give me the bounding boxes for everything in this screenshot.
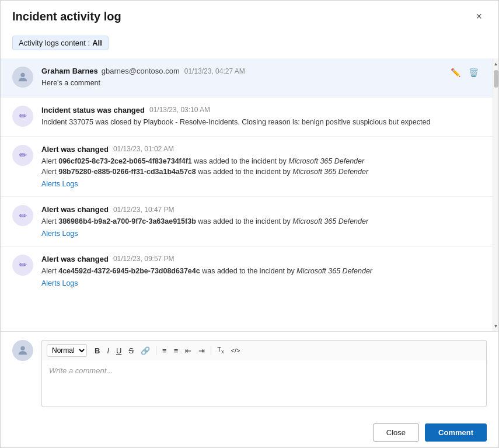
log-item: ✏ Alert was changed 01/13/23, 01:02 AM A…	[1, 137, 493, 197]
pencil-icon: ✏	[19, 110, 27, 121]
log-header-row: Alert was changed 01/13/23, 01:02 AM	[41, 145, 481, 154]
ordered-list-button[interactable]: ≡	[159, 345, 170, 356]
dialog-title: Incident activity log	[12, 10, 121, 23]
log-email: gbarnes@contoso.com	[102, 67, 180, 75]
log-list-container: Graham Barnes gbarnes@contoso.com 01/13/…	[1, 58, 498, 331]
log-item: ✏ Alert was changed 01/12/23, 09:57 PM A…	[1, 246, 493, 296]
incident-activity-log-dialog: Incident activity log × Activity logs co…	[0, 0, 499, 448]
link-button[interactable]: 🔗	[138, 345, 153, 356]
code-button[interactable]: </>	[228, 346, 243, 356]
text-format-select[interactable]: Normal	[47, 344, 87, 357]
log-item: ✏ Alert was changed 01/12/23, 10:47 PM A…	[1, 197, 493, 246]
system-avatar: ✏	[12, 145, 33, 166]
strikethrough-button[interactable]: S	[125, 345, 137, 356]
log-action-title: Alert was changed	[41, 205, 109, 214]
svg-point-0	[20, 73, 25, 77]
underline-button[interactable]: U	[113, 345, 124, 356]
log-time: 01/12/23, 09:57 PM	[113, 255, 175, 263]
comment-button[interactable]: Comment	[425, 423, 487, 442]
log-header-row: Graham Barnes gbarnes@contoso.com 01/13/…	[41, 67, 440, 75]
log-author: Graham Barnes	[41, 67, 98, 75]
unordered-list-button[interactable]: ≡	[171, 345, 182, 356]
log-description: Alert 096cf025-8c73-2ce2-b065-4f83e734f4…	[41, 156, 481, 178]
log-time: 01/13/23, 04:27 AM	[184, 67, 245, 75]
log-header-row: Incident status was changed 01/13/23, 03…	[41, 106, 481, 114]
pencil-icon: ✏	[19, 150, 27, 161]
log-action-title: Alert was changed	[41, 255, 109, 263]
comment-input[interactable]: Write a comment...	[41, 360, 487, 407]
log-description: Alert 4ce4592d-4372-6945-b2be-73d08d637e…	[41, 266, 481, 277]
log-content: Incident status was changed 01/13/23, 03…	[41, 106, 481, 128]
edit-comment-button[interactable]: ✏️	[448, 67, 463, 78]
filter-value: All	[92, 39, 102, 47]
alerts-logs-link[interactable]: Alerts Logs	[41, 279, 78, 287]
outdent-button[interactable]: ⇤	[182, 345, 194, 356]
comment-editor: Normal B I U S 🔗 ≡ ≡ ⇤ ⇥ Tx </>	[41, 340, 487, 407]
filter-label: Activity logs content :	[19, 39, 90, 47]
commenter-avatar	[12, 340, 33, 361]
pencil-icon: ✏	[19, 210, 27, 221]
log-header-row: Alert was changed 01/12/23, 10:47 PM	[41, 205, 481, 214]
log-time: 01/12/23, 10:47 PM	[113, 206, 175, 214]
comment-footer: Close Comment	[1, 415, 498, 447]
log-content: Alert was changed 01/12/23, 10:47 PM Ale…	[41, 205, 481, 238]
log-content: Alert was changed 01/12/23, 09:57 PM Ale…	[41, 255, 481, 287]
comment-area: Normal B I U S 🔗 ≡ ≡ ⇤ ⇥ Tx </>	[1, 331, 498, 415]
log-action-title: Alert was changed	[41, 145, 109, 154]
log-list: Graham Barnes gbarnes@contoso.com 01/13/…	[1, 58, 493, 331]
scrollbar[interactable]: ▲ ▼	[493, 58, 498, 331]
system-avatar: ✏	[12, 255, 33, 276]
alerts-logs-link[interactable]: Alerts Logs	[41, 180, 78, 188]
scrollbar-thumb[interactable]	[494, 70, 498, 88]
avatar	[12, 67, 33, 88]
toolbar-divider	[156, 346, 156, 355]
log-description: Alert 386986b4-b9a2-a700-9f7c-3a63ae915f…	[41, 216, 481, 227]
log-action-title: Incident status was changed	[41, 106, 145, 114]
log-item: ✏ Incident status was changed 01/13/23, …	[1, 98, 493, 137]
log-time: 01/13/23, 03:10 AM	[149, 106, 210, 114]
indent-button[interactable]: ⇥	[196, 345, 208, 356]
comment-toolbar: Normal B I U S 🔗 ≡ ≡ ⇤ ⇥ Tx </>	[41, 340, 487, 360]
pencil-icon: ✏	[19, 259, 27, 270]
clear-format-button[interactable]: Tx	[214, 345, 226, 356]
log-description: Here's a comment	[41, 78, 440, 89]
system-avatar: ✏	[12, 205, 33, 226]
svg-point-1	[20, 346, 25, 350]
dialog-close-button[interactable]: ×	[471, 9, 487, 24]
log-content: Graham Barnes gbarnes@contoso.com 01/13/…	[41, 67, 440, 89]
comment-placeholder: Write a comment...	[49, 366, 113, 375]
log-header-row: Alert was changed 01/12/23, 09:57 PM	[41, 255, 481, 263]
filter-bar: Activity logs content : All	[1, 30, 498, 58]
delete-comment-button[interactable]: 🗑️	[466, 67, 481, 78]
alerts-logs-link[interactable]: Alerts Logs	[41, 230, 78, 238]
log-content: Alert was changed 01/13/23, 01:02 AM Ale…	[41, 145, 481, 189]
bold-button[interactable]: B	[92, 345, 103, 356]
comment-wrapper: Normal B I U S 🔗 ≡ ≡ ⇤ ⇥ Tx </>	[12, 340, 487, 407]
scroll-down-arrow[interactable]: ▼	[493, 322, 499, 330]
log-description: Incident 337075 was closed by Playbook -…	[41, 117, 481, 128]
italic-button[interactable]: I	[104, 345, 112, 356]
scroll-up-arrow[interactable]: ▲	[493, 60, 499, 68]
filter-tag[interactable]: Activity logs content : All	[12, 36, 109, 50]
toolbar-divider	[211, 346, 211, 355]
system-avatar: ✏	[12, 106, 33, 127]
log-time: 01/13/23, 01:02 AM	[113, 145, 174, 153]
log-item: Graham Barnes gbarnes@contoso.com 01/13/…	[1, 58, 493, 98]
log-actions: ✏️ 🗑️	[448, 67, 481, 78]
dialog-header: Incident activity log ×	[1, 1, 498, 30]
close-button[interactable]: Close	[373, 423, 419, 442]
